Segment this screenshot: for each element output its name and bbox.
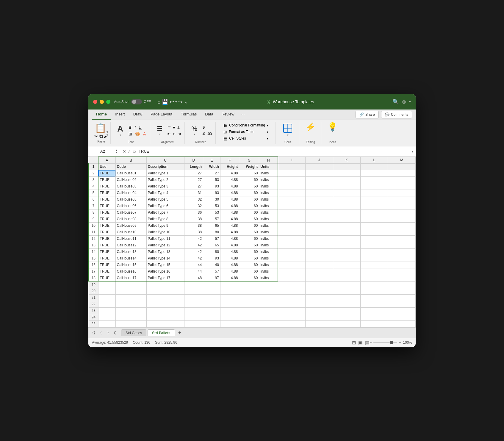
cell-i17[interactable] bbox=[278, 268, 305, 275]
font-button[interactable]: A ▾ bbox=[114, 123, 126, 138]
cell-e5[interactable]: 93 bbox=[203, 190, 220, 196]
cell-f3[interactable]: 4.88 bbox=[220, 176, 239, 183]
cell-i14[interactable] bbox=[278, 248, 305, 255]
cell-g6[interactable]: 60 bbox=[239, 196, 259, 203]
cell-l12[interactable] bbox=[361, 235, 388, 242]
cell-g9[interactable]: 60 bbox=[239, 216, 259, 222]
font-dropdown[interactable]: ▾ bbox=[120, 134, 121, 137]
cell-m9[interactable] bbox=[388, 216, 416, 222]
cell-i5[interactable] bbox=[278, 190, 305, 196]
cell-c11[interactable]: Pallet Type 10 bbox=[146, 229, 184, 235]
increase-decimal-btn[interactable]: .0 bbox=[201, 131, 206, 137]
cell-l9[interactable] bbox=[361, 216, 388, 222]
cell-d10[interactable]: 38 bbox=[184, 222, 203, 229]
save-icon[interactable]: 💾 bbox=[162, 98, 168, 105]
editing-button[interactable]: ⚡ bbox=[303, 122, 318, 132]
cell-d11[interactable]: 38 bbox=[184, 229, 203, 235]
cell-k6[interactable] bbox=[333, 196, 360, 203]
zoom-slider[interactable] bbox=[373, 342, 397, 343]
cell-e11[interactable]: 80 bbox=[203, 229, 220, 235]
font-color-button[interactable]: A bbox=[142, 131, 147, 137]
cell-a2[interactable]: TRUE bbox=[98, 170, 115, 176]
alignment-button[interactable]: ☰ ▾ bbox=[154, 124, 166, 137]
cell-h7[interactable]: in/lbs bbox=[259, 203, 278, 209]
cell-b10[interactable]: CalHouse09 bbox=[115, 222, 146, 229]
cell-k2[interactable] bbox=[333, 170, 360, 176]
merge-btn[interactable]: ⇥ bbox=[177, 131, 181, 137]
cell-c12[interactable]: Pallet Type 11 bbox=[146, 235, 184, 242]
cell-l2[interactable] bbox=[361, 170, 388, 176]
cell-g14[interactable]: 60 bbox=[239, 248, 259, 255]
cell-d18[interactable]: 48 bbox=[184, 275, 203, 281]
cell-m18[interactable] bbox=[388, 275, 416, 281]
cancel-formula-icon[interactable]: ✕ bbox=[123, 149, 126, 154]
col-header-i[interactable]: I bbox=[278, 157, 305, 163]
cell-k16[interactable] bbox=[333, 262, 360, 268]
cell-m15[interactable] bbox=[388, 255, 416, 262]
cell-f1[interactable]: Height bbox=[220, 163, 239, 170]
cell-l13[interactable] bbox=[361, 242, 388, 248]
align-top-btn[interactable]: ⊤ bbox=[167, 125, 171, 130]
cell-a13[interactable]: TRUE bbox=[98, 242, 115, 248]
cell-j1[interactable] bbox=[306, 163, 333, 170]
cell-b5[interactable]: CalHouse04 bbox=[115, 190, 146, 196]
cell-c18[interactable]: Pallet Type 17 bbox=[146, 275, 184, 281]
col-header-c[interactable]: C bbox=[146, 157, 184, 163]
cell-l1[interactable] bbox=[361, 163, 388, 170]
home-icon[interactable]: ⌂ bbox=[157, 99, 161, 105]
format-as-table-button[interactable]: ⊞ Format as Table ▾ bbox=[221, 129, 271, 135]
undo-dropdown[interactable]: ▾ bbox=[175, 100, 177, 104]
cell-c3[interactable]: Pallet Type 2 bbox=[146, 176, 184, 183]
ideas-button[interactable]: 💡 bbox=[325, 122, 340, 132]
cell-g8[interactable]: 60 bbox=[239, 209, 259, 216]
cell-h17[interactable]: in/lbs bbox=[259, 268, 278, 275]
cell-i15[interactable] bbox=[278, 255, 305, 262]
cell-e2[interactable]: 27 bbox=[203, 170, 220, 176]
cell-i13[interactable] bbox=[278, 242, 305, 248]
customize-icon[interactable]: ⌄ bbox=[184, 98, 188, 105]
cell-m10[interactable] bbox=[388, 222, 416, 229]
cf-dropdown[interactable]: ▾ bbox=[267, 124, 268, 127]
tab-home[interactable]: Home bbox=[92, 110, 111, 120]
cell-k12[interactable] bbox=[333, 235, 360, 242]
cell-l14[interactable] bbox=[361, 248, 388, 255]
col-header-b[interactable]: B bbox=[115, 157, 146, 163]
cell-a17[interactable]: TRUE bbox=[98, 268, 115, 275]
col-header-g[interactable]: G bbox=[239, 157, 259, 163]
cell-c16[interactable]: Pallet Type 15 bbox=[146, 262, 184, 268]
cell-g10[interactable]: 60 bbox=[239, 222, 259, 229]
cell-e3[interactable]: 53 bbox=[203, 176, 220, 183]
underline-button[interactable]: U bbox=[137, 124, 143, 130]
border-button[interactable]: ⊞ bbox=[127, 131, 133, 137]
cell-f10[interactable]: 4.88 bbox=[220, 222, 239, 229]
cell-l16[interactable] bbox=[361, 262, 388, 268]
cell-f16[interactable]: 4.88 bbox=[220, 262, 239, 268]
cell-b11[interactable]: CalHouse10 bbox=[115, 229, 146, 235]
cell-g5[interactable]: 60 bbox=[239, 190, 259, 196]
cell-l15[interactable] bbox=[361, 255, 388, 262]
paste-icon[interactable]: 📋 bbox=[95, 122, 107, 134]
cell-m12[interactable] bbox=[388, 235, 416, 242]
cell-j12[interactable] bbox=[306, 235, 333, 242]
tab-insert[interactable]: Insert bbox=[111, 110, 129, 120]
cell-a5[interactable]: TRUE bbox=[98, 190, 115, 196]
cell-k1[interactable] bbox=[333, 163, 360, 170]
cell-b15[interactable]: CalHouse14 bbox=[115, 255, 146, 262]
col-header-f[interactable]: F bbox=[220, 157, 239, 163]
wrap-btn[interactable]: ↵ bbox=[172, 131, 176, 137]
cell-h9[interactable]: in/lbs bbox=[259, 216, 278, 222]
cell-j10[interactable] bbox=[306, 222, 333, 229]
cell-g16[interactable]: 60 bbox=[239, 262, 259, 268]
cell-c4[interactable]: Pallet Type 3 bbox=[146, 183, 184, 190]
cell-m13[interactable] bbox=[388, 242, 416, 248]
cell-a18[interactable]: TRUE bbox=[98, 275, 115, 281]
cell-k17[interactable] bbox=[333, 268, 360, 275]
cell-h6[interactable]: in/lbs bbox=[259, 196, 278, 203]
cell-h12[interactable]: in/lbs bbox=[259, 235, 278, 242]
cell-j13[interactable] bbox=[306, 242, 333, 248]
cell-l10[interactable] bbox=[361, 222, 388, 229]
cell-k9[interactable] bbox=[333, 216, 360, 222]
cell-b13[interactable]: CalHouse12 bbox=[115, 242, 146, 248]
cell-a6[interactable]: TRUE bbox=[98, 196, 115, 203]
sheet-nav-left[interactable]: ⟨ bbox=[98, 330, 104, 336]
